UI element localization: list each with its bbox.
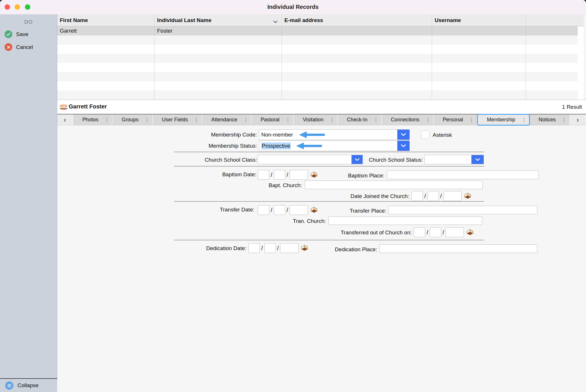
table-cell: [432, 45, 526, 54]
tab-menu-icon[interactable]: ⋮: [243, 117, 248, 123]
dedication-place-input[interactable]: [379, 244, 537, 253]
tab-notices[interactable]: Notices⋮: [530, 114, 570, 125]
table-row[interactable]: [57, 90, 578, 100]
date-lookup-book-icon[interactable]: [310, 171, 318, 178]
transferred-out-date-year-input[interactable]: [446, 227, 464, 237]
table-row[interactable]: [57, 54, 578, 63]
transferred-out-date-month-input[interactable]: [414, 227, 425, 237]
church-school-class-field[interactable]: [258, 155, 363, 164]
tab-scroll-left-icon[interactable]: ‹: [57, 114, 73, 125]
dedication-date-year-input[interactable]: [280, 243, 298, 253]
membership-code-value: Non-member: [259, 130, 397, 140]
tab-menu-icon[interactable]: ⋮: [425, 117, 430, 123]
date-joined-year-input[interactable]: [443, 191, 462, 201]
table-row[interactable]: [57, 72, 578, 81]
table-row[interactable]: [57, 63, 578, 72]
tab-menu-icon[interactable]: ⋮: [469, 117, 474, 123]
tab-check-in[interactable]: Check-In⋮: [338, 114, 382, 125]
tab-menu-icon[interactable]: ⋮: [194, 117, 199, 123]
column-header-e-mail-address[interactable]: E-mail address: [282, 14, 432, 26]
transfer-date-month-input[interactable]: [258, 205, 269, 215]
tab-menu-icon[interactable]: ⋮: [285, 117, 290, 123]
table-cell: [282, 72, 432, 81]
column-header-blank[interactable]: [526, 14, 584, 26]
transfer-place-label: Transfer Place:: [329, 208, 386, 214]
table-row[interactable]: [57, 35, 578, 45]
table-row-selected[interactable]: GarrettFoster: [57, 26, 578, 35]
dedication-date-label: Dedication Date:: [177, 245, 246, 252]
transferred-out-date-day-input[interactable]: [430, 227, 441, 237]
tran-church-label: Tran. Church:: [269, 218, 326, 224]
membership-status-dropdown-button[interactable]: [397, 141, 409, 151]
membership-status-label: Membership Status:: [177, 143, 257, 149]
table-row[interactable]: [57, 81, 578, 90]
save-check-icon: [5, 30, 12, 38]
baptism-date-year-input[interactable]: [290, 170, 308, 180]
date-lookup-book-icon[interactable]: [310, 207, 318, 213]
table-row[interactable]: [57, 45, 578, 54]
sort-chevron-icon: [273, 18, 278, 25]
transfer-date-year-input[interactable]: [290, 205, 308, 215]
date-joined-month-input[interactable]: [411, 191, 423, 201]
date-lookup-book-icon[interactable]: [301, 245, 309, 252]
membership-status-field[interactable]: Prospective: [259, 140, 410, 151]
tab-visitation[interactable]: Visitation⋮: [294, 114, 338, 125]
church-school-status-dropdown-button[interactable]: [471, 155, 484, 164]
collapse-label: Collapse: [17, 382, 39, 389]
collapse-button[interactable]: Collapse: [0, 378, 57, 392]
table-cell: [155, 90, 282, 100]
tab-personal[interactable]: Personal⋮: [434, 114, 477, 125]
cancel-button[interactable]: Cancel: [5, 43, 57, 51]
tran-church-input[interactable]: [328, 216, 482, 225]
baptism-date-month-input[interactable]: [258, 170, 269, 180]
tab-menu-icon[interactable]: ⋮: [330, 117, 334, 123]
date-lookup-book-icon[interactable]: [466, 229, 474, 236]
baptism-place-input[interactable]: [387, 171, 539, 179]
column-header-username[interactable]: Username: [432, 14, 526, 26]
tab-menu-icon[interactable]: ⋮: [521, 117, 526, 123]
tab-pastoral[interactable]: Pastoral⋮: [252, 114, 294, 125]
membership-code-label: Membership Code:: [180, 132, 257, 138]
tab-connections[interactable]: Connections⋮: [382, 114, 434, 125]
tab-menu-icon[interactable]: ⋮: [144, 117, 149, 123]
membership-form: Membership Code: Non-member Asterisk Mem…: [57, 125, 586, 392]
membership-status-value: Prospective: [261, 142, 291, 149]
date-joined-day-input[interactable]: [427, 191, 439, 201]
bapt-church-label: Bapt. Church:: [245, 182, 302, 189]
dedication-date-month-input[interactable]: [248, 243, 260, 253]
baptism-place-label: Baptism Place:: [329, 173, 384, 179]
tab-user-fields[interactable]: User Fields⋮: [153, 114, 202, 125]
date-lookup-book-icon[interactable]: [464, 193, 472, 199]
tab-groups[interactable]: Groups⋮: [112, 114, 153, 125]
bapt-church-input[interactable]: [305, 181, 483, 189]
transfer-date-day-input[interactable]: [274, 205, 285, 215]
table-cell: [526, 63, 578, 72]
table-cell: [57, 81, 155, 90]
table-scrollbar-track[interactable]: [578, 26, 584, 100]
tab-menu-icon[interactable]: ⋮: [104, 117, 109, 123]
table-cell: [432, 90, 526, 100]
save-button[interactable]: Save: [5, 30, 57, 38]
transfer-place-input[interactable]: [388, 206, 537, 214]
table-cell: [282, 90, 432, 100]
table-cell: [432, 81, 526, 90]
baptism-date-day-input[interactable]: [274, 170, 285, 180]
church-school-status-field[interactable]: [424, 155, 484, 164]
dedication-date-group: //: [248, 243, 309, 253]
tab-attendance[interactable]: Attendance⋮: [202, 114, 252, 125]
tab-photos[interactable]: Photos⋮: [73, 114, 112, 125]
tab-scroll-right-icon[interactable]: ›: [570, 114, 586, 125]
asterisk-checkbox[interactable]: [421, 130, 429, 139]
column-header-individual-last-name[interactable]: Individual Last Name: [155, 14, 282, 26]
table-cell: [155, 45, 282, 54]
membership-code-dropdown-button[interactable]: [397, 130, 409, 140]
membership-code-field[interactable]: Non-member: [259, 129, 410, 140]
tab-membership[interactable]: Membership⋮: [477, 114, 530, 126]
tab-menu-icon[interactable]: ⋮: [562, 117, 567, 123]
table-cell: Garrett: [57, 26, 155, 35]
column-header-first-name[interactable]: First Name: [57, 14, 155, 26]
dedication-date-day-input[interactable]: [264, 243, 276, 253]
table-cell: [526, 81, 578, 90]
church-school-status-label: Church School Status:: [355, 157, 423, 163]
tab-menu-icon[interactable]: ⋮: [373, 117, 378, 123]
